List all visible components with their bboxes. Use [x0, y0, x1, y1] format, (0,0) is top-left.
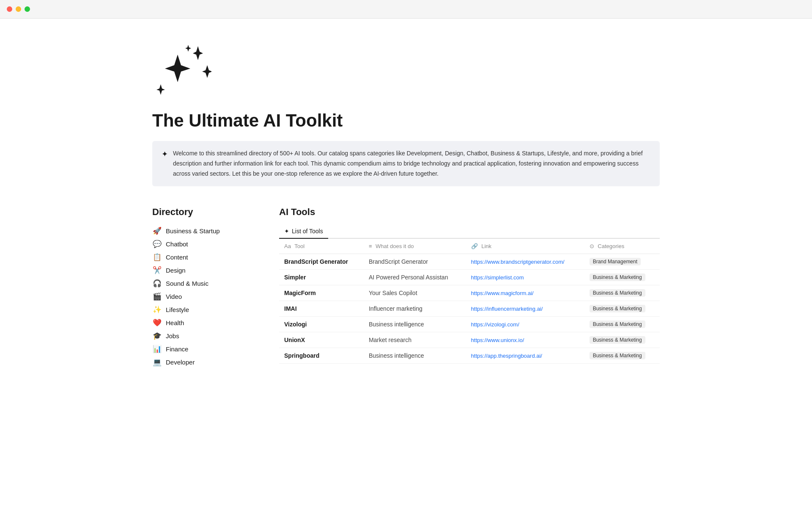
tool-desc-cell: Your Sales Copilot [364, 285, 466, 301]
sidebar-item-video[interactable]: 🎬 Video [152, 290, 254, 303]
table-row: BrandScript GeneratorBrandScript Generat… [279, 254, 660, 270]
tool-name-cell: UnionX [279, 332, 364, 348]
minimize-button[interactable] [16, 6, 21, 12]
sidebar-item-label: Finance [166, 345, 188, 353]
tool-category-cell: Brand Management [584, 254, 660, 270]
sidebar-item-label: Content [166, 254, 188, 261]
col-header-tool: Aa Tool [279, 239, 364, 254]
tool-desc-cell: Market research [364, 332, 466, 348]
tool-desc-cell: BrandScript Generator [364, 254, 466, 270]
sidebar-item-design[interactable]: ✂️ Design [152, 264, 254, 277]
design-icon: ✂️ [152, 266, 162, 275]
sidebar-item-jobs[interactable]: 🎓 Jobs [152, 329, 254, 342]
lifestyle-icon: ✨ [152, 305, 162, 314]
tool-link-cell[interactable]: https://vizologi.com/ [466, 317, 584, 332]
sidebar-item-label: Chatbot [166, 240, 188, 248]
table-row: SimplerAI Powered Personal Assistanhttps… [279, 270, 660, 285]
tool-link-cell[interactable]: https://www.magicform.ai/ [466, 285, 584, 301]
table-row: UnionXMarket researchhttps://www.unionx.… [279, 332, 660, 348]
col-header-link: 🔗 Link [466, 239, 584, 254]
category-badge: Business & Marketing [590, 305, 645, 312]
sidebar-item-label: Health [166, 319, 184, 326]
sidebar-item-lifestyle[interactable]: ✨ Lifestyle [152, 303, 254, 316]
sidebar-item-label: Business & Startup [166, 227, 220, 235]
tool-category-cell: Business & Marketing [584, 301, 660, 317]
sidebar-item-label: Jobs [166, 332, 179, 340]
col-header-desc: ≡ What does it do [364, 239, 466, 254]
category-badge: Business & Marketing [590, 320, 645, 328]
tool-desc-cell: Business intelligence [364, 317, 466, 332]
tool-category-cell: Business & Marketing [584, 332, 660, 348]
tool-name-cell: Simpler [279, 270, 364, 285]
tool-name-cell: IMAI [279, 301, 364, 317]
category-badge: Brand Management [590, 258, 641, 265]
finance-icon: 📊 [152, 345, 162, 353]
callout-icon: ✦ [162, 149, 168, 159]
sidebar-item-business[interactable]: 🚀 Business & Startup [152, 224, 254, 237]
sidebar: Directory 🚀 Business & Startup 💬 Chatbot… [152, 207, 254, 369]
tool-name-cell: BrandScript Generator [279, 254, 364, 270]
tool-link-cell[interactable]: https://www.brandscriptgenerator.com/ [466, 254, 584, 270]
tools-section-title: AI Tools [279, 207, 660, 218]
tool-desc-cell: AI Powered Personal Assistan [364, 270, 466, 285]
content-icon: 📋 [152, 253, 162, 262]
sidebar-item-developer[interactable]: 💻 Developer [152, 356, 254, 369]
tool-name-cell: MagicForm [279, 285, 364, 301]
aa-icon: Aa [284, 243, 291, 249]
tool-link[interactable]: https://www.unionx.io/ [471, 337, 524, 343]
developer-icon: 💻 [152, 358, 162, 367]
sidebar-title: Directory [152, 207, 254, 218]
tool-category-cell: Business & Marketing [584, 285, 660, 301]
tool-link[interactable]: https://www.brandscriptgenerator.com/ [471, 259, 565, 265]
tool-link-cell[interactable]: https://influencermarketing.ai/ [466, 301, 584, 317]
jobs-icon: 🎓 [152, 331, 162, 340]
table-row: VizologiBusiness intelligencehttps://viz… [279, 317, 660, 332]
video-icon: 🎬 [152, 292, 162, 301]
tool-link-cell[interactable]: https://www.unionx.io/ [466, 332, 584, 348]
main-content: Directory 🚀 Business & Startup 💬 Chatbot… [152, 207, 660, 369]
sidebar-item-content[interactable]: 📋 Content [152, 251, 254, 264]
sidebar-item-health[interactable]: ❤️ Health [152, 316, 254, 329]
health-icon: ❤️ [152, 318, 162, 327]
category-badge: Business & Marketing [590, 336, 645, 344]
callout-box: ✦ Welcome to this streamlined directory … [152, 141, 660, 186]
table-row: IMAIInfluencer marketinghttps://influenc… [279, 301, 660, 317]
category-col-icon: ⊙ [590, 243, 594, 249]
tool-link[interactable]: https://app.thespringboard.ai/ [471, 353, 542, 359]
sparkle-logo [152, 44, 660, 110]
tab-list-of-tools[interactable]: ✦ List of Tools [279, 224, 328, 239]
sidebar-item-finance[interactable]: 📊 Finance [152, 342, 254, 356]
sidebar-item-label: Developer [166, 359, 195, 366]
tab-label: List of Tools [292, 228, 323, 235]
tools-table: Aa Tool ≡ What does it do 🔗 Link ⊙ [279, 239, 660, 364]
tool-link-cell[interactable]: https://simplerlist.com [466, 270, 584, 285]
tool-link[interactable]: https://www.magicform.ai/ [471, 290, 534, 296]
maximize-button[interactable] [25, 6, 30, 12]
chatbot-icon: 💬 [152, 240, 162, 248]
table-row: SpringboardBusiness intelligencehttps://… [279, 348, 660, 364]
sidebar-item-chatbot[interactable]: 💬 Chatbot [152, 237, 254, 251]
table-header-row: Aa Tool ≡ What does it do 🔗 Link ⊙ [279, 239, 660, 254]
tool-desc-cell: Influencer marketing [364, 301, 466, 317]
col-header-categories: ⊙ Categories [584, 239, 660, 254]
tool-name-cell: Vizologi [279, 317, 364, 332]
page-title: The Ultimate AI Toolkit [152, 110, 660, 131]
category-badge: Business & Marketing [590, 273, 645, 281]
tabs-row: ✦ List of Tools [279, 224, 660, 239]
tool-category-cell: Business & Marketing [584, 317, 660, 332]
sidebar-item-sound-music[interactable]: 🎧 Sound & Music [152, 277, 254, 290]
tool-link[interactable]: https://simplerlist.com [471, 274, 524, 281]
tab-sparkle-icon: ✦ [284, 228, 289, 235]
tool-link-cell[interactable]: https://app.thespringboard.ai/ [466, 348, 584, 364]
link-col-icon: 🔗 [471, 243, 478, 249]
sidebar-item-label: Sound & Music [166, 280, 208, 287]
tool-name-cell: Springboard [279, 348, 364, 364]
table-row: MagicFormYour Sales Copilothttps://www.m… [279, 285, 660, 301]
close-button[interactable] [7, 6, 12, 12]
category-badge: Business & Marketing [590, 352, 645, 359]
tool-link[interactable]: https://vizologi.com/ [471, 321, 519, 328]
tool-link[interactable]: https://influencermarketing.ai/ [471, 306, 543, 312]
tool-desc-cell: Business intelligence [364, 348, 466, 364]
category-badge: Business & Marketing [590, 289, 645, 297]
titlebar [0, 0, 812, 19]
